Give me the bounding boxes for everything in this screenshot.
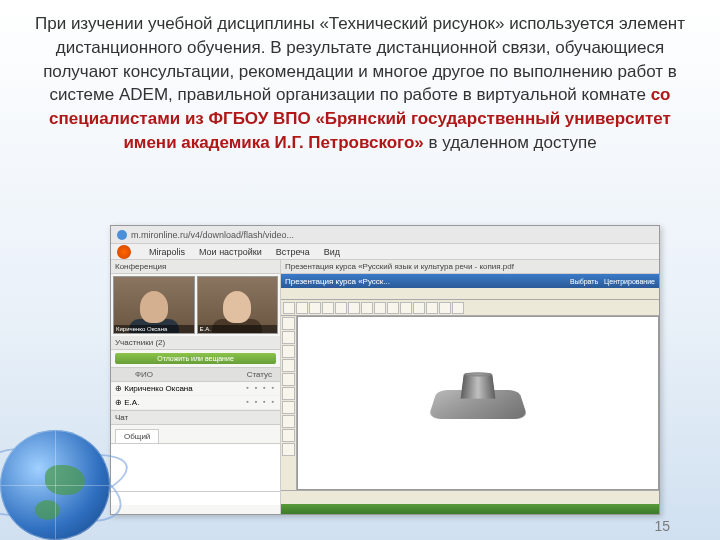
toolbar-icon[interactable] xyxy=(309,302,321,314)
text-p1: При изучении учебной дисциплины «Техниче… xyxy=(35,14,685,104)
toolbar-icon[interactable] xyxy=(335,302,347,314)
chat-messages xyxy=(111,443,280,491)
chat-section: Чат Общий xyxy=(111,410,280,514)
toolbar-icon[interactable] xyxy=(361,302,373,314)
cad-left-toolbar xyxy=(281,316,297,490)
presentation-panel: Презентация курса «Русский язык и культу… xyxy=(281,260,659,514)
participant-row-1[interactable]: ⊕ Кириченко Оксана ▪ ▪ ▪ ▪ xyxy=(111,382,280,396)
menu-settings[interactable]: Мои настройки xyxy=(199,247,262,257)
chat-header: Чат xyxy=(111,411,280,425)
tool-icon[interactable] xyxy=(282,359,295,372)
video-tile-2[interactable]: Е.А. xyxy=(197,276,279,334)
browser-address-bar: m.mironline.ru/v4/download/flash/video..… xyxy=(111,226,659,244)
col-status: Статус xyxy=(239,368,280,381)
globe-decoration xyxy=(0,410,130,540)
toolbar-icon[interactable] xyxy=(296,302,308,314)
menu-view[interactable]: Вид xyxy=(324,247,340,257)
toolbar-icon[interactable] xyxy=(322,302,334,314)
participant-row-2[interactable]: ⊕ Е.А. ▪ ▪ ▪ ▪ xyxy=(111,396,280,410)
toolbar-icon[interactable] xyxy=(387,302,399,314)
cad-btn-center[interactable]: Центрирование xyxy=(604,278,655,285)
toolbar-icon[interactable] xyxy=(374,302,386,314)
toolbar-icon[interactable] xyxy=(348,302,360,314)
tool-icon[interactable] xyxy=(282,373,295,386)
toolbar-icon[interactable] xyxy=(413,302,425,314)
cad-menubar xyxy=(281,288,659,300)
app-screenshot: m.mironline.ru/v4/download/flash/video..… xyxy=(110,225,660,515)
tool-icon[interactable] xyxy=(282,443,295,456)
toolbar-icon[interactable] xyxy=(439,302,451,314)
participants-section: Участники (2) Отложить или вещание ФИО С… xyxy=(111,336,280,410)
left-sidebar: Конференция Кириченко Оксана Е.А. Участн… xyxy=(111,260,281,514)
tool-icon[interactable] xyxy=(282,401,295,414)
tool-icon[interactable] xyxy=(282,345,295,358)
broadcast-button[interactable]: Отложить или вещание xyxy=(115,353,276,364)
toolbar-icon[interactable] xyxy=(426,302,438,314)
toolbar-icon[interactable] xyxy=(452,302,464,314)
text-p3: в удаленном доступе xyxy=(429,133,597,152)
participants-columns: ФИО Статус xyxy=(111,367,280,382)
tool-icon[interactable] xyxy=(282,415,295,428)
tool-icon[interactable] xyxy=(282,331,295,344)
app-menu-bar: Mirapolis Мои настройки Встреча Вид xyxy=(111,244,659,260)
video-tiles: Кириченко Оксана Е.А. xyxy=(111,274,280,336)
tool-icon[interactable] xyxy=(282,317,295,330)
cad-btn-select[interactable]: Выбрать xyxy=(570,278,598,285)
menu-meeting[interactable]: Встреча xyxy=(276,247,310,257)
browser-icon xyxy=(117,230,127,240)
cad-top-toolbar xyxy=(281,300,659,316)
cad-bottom-toolbar xyxy=(281,490,659,504)
slide-text: При изучении учебной дисциплины «Техниче… xyxy=(0,0,720,155)
toolbar-icon[interactable] xyxy=(400,302,412,314)
cad-3d-viewport[interactable] xyxy=(297,316,659,490)
mirapolis-logo-icon xyxy=(117,245,131,259)
video-label-1: Кириченко Оксана xyxy=(114,325,194,333)
participants-header: Участники (2) xyxy=(115,338,165,347)
app-footer xyxy=(281,504,659,514)
video-label-2: Е.А. xyxy=(198,325,278,333)
tool-icon[interactable] xyxy=(282,387,295,400)
tool-icon[interactable] xyxy=(282,429,295,442)
chat-input[interactable] xyxy=(111,491,280,505)
toolbar-icon[interactable] xyxy=(283,302,295,314)
page-number: 15 xyxy=(654,518,670,534)
cad-window-titlebar: Презентация курса «Русск... Выбрать Цент… xyxy=(281,274,659,288)
cad-3d-model xyxy=(433,378,523,428)
col-fio: ФИО xyxy=(127,368,161,381)
conference-header: Конференция xyxy=(111,260,280,274)
brand-label: Mirapolis xyxy=(149,247,185,257)
cad-tab-label: Презентация курса «Русск... xyxy=(285,277,390,286)
url-text: m.mironline.ru/v4/download/flash/video..… xyxy=(131,230,294,240)
presentation-title: Презентация курса «Русский язык и культу… xyxy=(285,262,514,271)
video-tile-1[interactable]: Кириченко Оксана xyxy=(113,276,195,334)
